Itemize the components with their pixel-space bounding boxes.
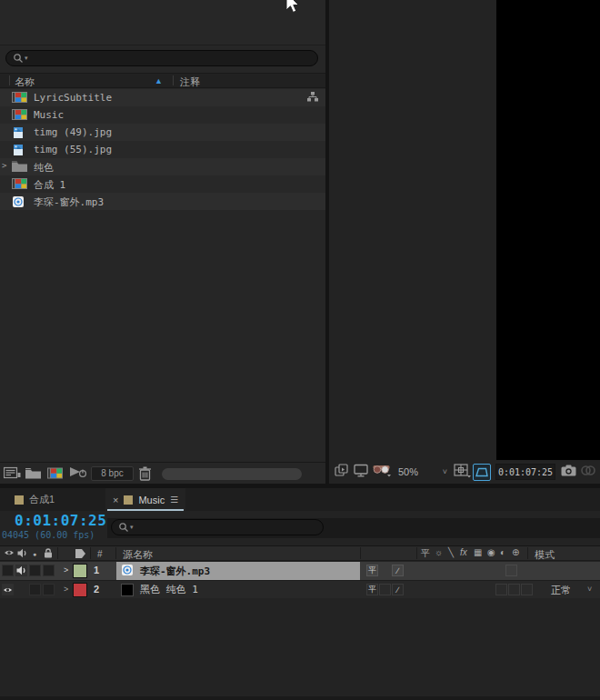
project-item-row[interactable]: timg (49).jpg — [0, 124, 325, 141]
viewer-timecode[interactable]: 0:01:07:25 — [495, 464, 555, 480]
zoom-level-value: 50% — [398, 466, 418, 477]
quality-icon[interactable]: ╲ — [448, 547, 454, 557]
color-depth-icon[interactable] — [69, 466, 88, 483]
label-tag-icon — [75, 548, 86, 561]
trash-icon[interactable] — [138, 466, 152, 485]
audio-file-icon — [12, 195, 25, 211]
project-item-row[interactable]: LyricSubtitle — [0, 89, 325, 106]
layer-number: 1 — [94, 565, 99, 575]
layer-row-solid[interactable]: > 2 黑色 纯色 1 平 ∕ 正常 ˅ — [0, 580, 600, 598]
motion-blur-icon[interactable]: ◉ — [487, 547, 495, 557]
project-item-row[interactable]: > 纯色 — [0, 158, 325, 175]
column-mode-header[interactable]: 模式 — [535, 548, 555, 562]
layer-label-color[interactable] — [73, 564, 87, 578]
frame-info: 04045 (60.00 fps) — [2, 530, 95, 540]
snapshot-camera-icon[interactable] — [561, 464, 576, 480]
expand-arrow-icon[interactable]: > — [64, 565, 68, 575]
blend-mode-dropdown[interactable]: 正常 — [551, 584, 571, 597]
tab-music[interactable]: × Music ☰ — [105, 488, 185, 511]
video-toggle[interactable] — [2, 584, 14, 595]
lock-toggle[interactable] — [43, 584, 55, 595]
layer-name-region[interactable]: 李琛-窗外.mp3 — [116, 562, 360, 580]
frame-blend-icon[interactable]: ▦ — [474, 547, 482, 557]
panel-divider-vertical[interactable] — [325, 0, 329, 484]
solo-toggle[interactable] — [29, 565, 41, 576]
project-preview-area — [0, 0, 325, 45]
3d-view-glasses-icon[interactable] — [373, 464, 392, 481]
layer-name: 黑色 纯色 1 — [140, 583, 198, 596]
close-tab-icon[interactable]: × — [113, 495, 118, 505]
chevron-down-icon: ˅ — [443, 467, 451, 476]
expand-arrow-icon[interactable]: > — [64, 585, 68, 594]
lock-toggle[interactable] — [43, 565, 55, 576]
composition-tab-icon — [124, 495, 133, 505]
project-item-row[interactable]: 合成 1 — [0, 175, 325, 193]
search-dropdown-icon: ▾ — [130, 525, 134, 530]
quality-toggle[interactable]: ∕ — [392, 584, 404, 595]
project-item-row[interactable]: timg (55).jpg — [0, 141, 325, 158]
shy-icon: 平 — [368, 565, 376, 576]
grid-guides-icon[interactable] — [454, 464, 472, 482]
collapse-toggle[interactable] — [379, 584, 391, 595]
effects-fx-icon[interactable]: fx — [460, 547, 467, 557]
image-file-icon — [12, 144, 25, 159]
mouse-cursor — [283, 0, 301, 16]
column-name-header[interactable]: 名称 — [15, 75, 35, 89]
project-item-row[interactable]: 李琛-窗外.mp3 — [0, 193, 325, 210]
collapse-transformations-icon[interactable]: ☼ — [435, 547, 443, 557]
tab-label: Music — [138, 495, 165, 505]
bit-depth-button[interactable]: 8 bpc — [91, 466, 134, 481]
active-tab-underline — [107, 509, 184, 511]
solo-icon: ● — [33, 551, 36, 557]
used-in-network-icon — [307, 92, 318, 105]
layer-name-region[interactable]: 黑色 纯色 1 — [116, 581, 360, 598]
video-eye-icon — [4, 548, 15, 559]
panel-menu-icon[interactable]: ☰ — [170, 495, 178, 505]
motion-blur-toggle[interactable] — [495, 584, 507, 595]
sort-ascending-icon[interactable]: ▲ — [155, 76, 163, 85]
adjustment-toggle[interactable] — [508, 584, 520, 595]
timeline-search-input[interactable]: ▾ — [111, 519, 324, 535]
expand-arrow-icon[interactable]: > — [2, 161, 6, 170]
audio-toggle[interactable] — [15, 565, 27, 576]
new-composition-icon[interactable] — [47, 466, 63, 483]
adjustment-layer-icon[interactable]: ◐ — [500, 547, 505, 557]
audio-file-icon — [121, 564, 134, 579]
shy-toggle[interactable]: 平 — [366, 565, 378, 576]
solo-toggle[interactable] — [29, 584, 41, 595]
primary-viewer-icon[interactable] — [354, 464, 368, 481]
divider — [9, 75, 10, 85]
mask-visibility-toggle[interactable] — [473, 464, 491, 481]
lock-icon — [44, 548, 53, 560]
interpret-footage-icon[interactable] — [4, 466, 21, 483]
magnification-dropdown[interactable]: 50% ˅ — [393, 464, 451, 480]
timeline-panel: 合成1 × Music ☰ 0:01:07:25 04045 (60.00 fp… — [0, 488, 600, 700]
layer-label-color[interactable] — [73, 583, 87, 597]
layer-row-audio[interactable]: > 1 李琛-窗外.mp3 平 ∕ — [0, 562, 600, 580]
project-item-name: 李琛-窗外.mp3 — [34, 195, 104, 209]
column-source-name-header[interactable]: 源名称 — [123, 548, 153, 562]
project-item-name: 纯色 — [34, 161, 54, 175]
divider — [115, 547, 116, 559]
3d-toggle[interactable] — [521, 584, 533, 595]
horizontal-scrollbar[interactable] — [162, 468, 302, 480]
project-search-input[interactable]: ▾ — [5, 50, 318, 66]
quality-toggle[interactable]: ∕ — [392, 565, 404, 576]
composition-viewer-panel: 50% ˅ 0:01:07:25 — [329, 0, 600, 484]
divider — [416, 547, 417, 559]
composition-view-area[interactable] — [496, 0, 600, 460]
shy-icon[interactable]: 平 — [421, 547, 430, 560]
adjustment-toggle[interactable] — [505, 565, 517, 576]
show-snapshot-icon[interactable] — [581, 464, 595, 480]
always-preview-icon[interactable] — [335, 464, 349, 481]
project-toolbar: 8 bpc — [0, 462, 325, 484]
project-column-header: 名称 ▲ 注释 — [0, 73, 325, 88]
current-timecode[interactable]: 0:01:07:25 — [15, 512, 106, 529]
video-toggle[interactable] — [2, 565, 14, 576]
project-item-row[interactable]: Music — [0, 106, 325, 124]
new-folder-icon[interactable] — [25, 466, 41, 483]
shy-toggle[interactable]: 平 — [366, 584, 378, 595]
tab-comp-1[interactable]: 合成1 — [7, 488, 62, 511]
3d-layer-icon[interactable]: ⊕ — [512, 547, 519, 557]
column-comment-header[interactable]: 注释 — [180, 75, 200, 89]
